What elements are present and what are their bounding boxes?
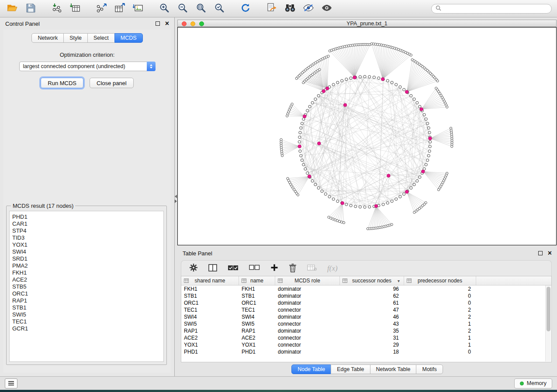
graph-node[interactable] (345, 203, 348, 206)
graph-node[interactable] (298, 136, 301, 138)
graph-satellite-node[interactable] (436, 80, 439, 82)
graph-satellite-node[interactable] (451, 145, 453, 148)
graph-node[interactable] (399, 86, 401, 88)
graph-satellite-node[interactable] (287, 177, 289, 179)
mcds-result-node[interactable]: STB1 (12, 304, 161, 311)
graph-node[interactable] (386, 79, 389, 82)
graph-node[interactable] (349, 204, 352, 207)
graph-node[interactable] (425, 118, 427, 120)
graph-node[interactable] (308, 105, 311, 108)
deselect-all-columns-button[interactable] (249, 265, 260, 272)
share-document-button[interactable] (265, 2, 279, 15)
graph-node[interactable] (314, 183, 317, 186)
tab-select[interactable]: Select (87, 33, 115, 43)
graph-dominator-node[interactable] (429, 137, 432, 140)
close-mcds-panel-button[interactable]: Close panel (90, 78, 134, 88)
optimization-criterion-select[interactable]: largest connected component (undirected) (19, 62, 156, 71)
scrollbar-thumb[interactable] (547, 287, 550, 331)
show-graphics-details-button[interactable] (320, 2, 334, 15)
graph-node[interactable] (324, 193, 327, 195)
graph-node[interactable] (426, 159, 429, 162)
graph-node[interactable] (416, 101, 419, 104)
graph-node[interactable] (345, 78, 348, 81)
delete-column-button[interactable] (289, 263, 297, 274)
graph-dominator-node[interactable] (381, 78, 384, 81)
graph-node[interactable] (302, 163, 305, 166)
mcds-result-node[interactable]: YOX1 (12, 241, 161, 248)
graph-node[interactable] (332, 83, 335, 86)
graph-node[interactable] (413, 98, 415, 100)
table-row[interactable]: SWI5SWI5connector431 (181, 320, 551, 327)
tab-edge-table[interactable]: Edge Table (331, 364, 370, 374)
graph-node[interactable] (336, 200, 339, 203)
mcds-result-node[interactable]: CAR1 (12, 220, 161, 227)
graph-dominator-node[interactable] (405, 190, 408, 194)
graph-node[interactable] (317, 187, 320, 189)
graph-dominator-node[interactable] (420, 107, 423, 111)
graph-dominator-node[interactable] (298, 145, 301, 148)
graph-satellite-node[interactable] (446, 106, 448, 108)
table-row[interactable]: RAP1RAP1dominator352 (181, 327, 551, 334)
mcds-result-node[interactable]: SRD1 (12, 255, 161, 262)
export-image-button[interactable] (131, 2, 145, 15)
function-builder-button[interactable]: f(x) (327, 264, 338, 273)
mcds-result-node[interactable]: GCR1 (12, 325, 161, 332)
graph-node[interactable] (377, 77, 380, 79)
graph-dominator-node[interactable] (303, 115, 306, 118)
table-row[interactable]: TEC1TEC1connector472 (181, 306, 551, 313)
graph-node[interactable] (423, 113, 426, 116)
graph-dominator-node[interactable] (422, 170, 425, 173)
graph-node[interactable] (304, 168, 307, 170)
graph-node[interactable] (391, 81, 393, 84)
tab-style[interactable]: Style (63, 33, 88, 43)
import-table-button[interactable] (68, 2, 82, 15)
graph-satellite-node[interactable] (328, 216, 330, 218)
graph-node[interactable] (301, 159, 303, 162)
graph-dominator-node[interactable] (318, 142, 321, 145)
graph-node[interactable] (426, 122, 429, 125)
graph-node[interactable] (368, 206, 371, 208)
table-settings-button[interactable] (189, 263, 198, 273)
select-all-columns-button[interactable] (228, 264, 239, 273)
tab-node-table[interactable]: Node Table (291, 364, 331, 374)
graph-node[interactable] (306, 172, 309, 174)
zoom-in-button[interactable] (157, 2, 171, 15)
export-network-button[interactable] (94, 2, 108, 15)
graph-node[interactable] (395, 198, 398, 200)
graph-node[interactable] (419, 176, 421, 179)
graph-node[interactable] (332, 198, 335, 200)
graph-satellite-node[interactable] (413, 211, 415, 213)
mcds-result-node[interactable]: RAP1 (12, 297, 161, 304)
graph-node[interactable] (427, 127, 430, 129)
graph-satellite-node[interactable] (280, 138, 282, 141)
table-scrollbar[interactable] (545, 285, 551, 361)
zoom-out-button[interactable] (176, 2, 190, 15)
graph-satellite-node[interactable] (343, 221, 345, 224)
close-panel-button[interactable]: × (165, 21, 169, 26)
graph-node[interactable] (301, 122, 303, 125)
graph-node[interactable] (317, 94, 320, 97)
mcds-result-node[interactable]: ORC1 (12, 290, 161, 297)
mcds-result-node[interactable]: TEC1 (12, 318, 161, 325)
close-table-panel-button[interactable]: × (548, 251, 552, 256)
network-window-titlebar[interactable]: YPA_prune.txt_1 (177, 20, 557, 27)
mcds-result-node[interactable]: PHD1 (12, 213, 161, 220)
column-header-successor-nodes[interactable]: successor nodes▾ (340, 276, 404, 285)
graph-node[interactable] (314, 98, 317, 100)
graph-node[interactable] (395, 83, 398, 86)
close-window-button[interactable] (182, 21, 187, 26)
tab-motifs[interactable]: Motifs (416, 364, 443, 374)
graph-node[interactable] (427, 155, 430, 157)
graph-satellite-node[interactable] (410, 54, 412, 56)
graph-node[interactable] (341, 79, 343, 82)
save-session-button[interactable] (24, 2, 38, 15)
graph-node[interactable] (354, 205, 357, 208)
graph-satellite-node[interactable] (318, 69, 321, 71)
global-search-field[interactable] (431, 4, 552, 14)
graph-node[interactable] (399, 196, 401, 198)
add-column-button[interactable] (270, 264, 278, 273)
graph-node[interactable] (359, 76, 361, 78)
column-header-name[interactable]: name (239, 276, 275, 285)
graph-node[interactable] (382, 203, 384, 206)
table-row[interactable]: YOX1YOX1connector291 (181, 341, 551, 348)
